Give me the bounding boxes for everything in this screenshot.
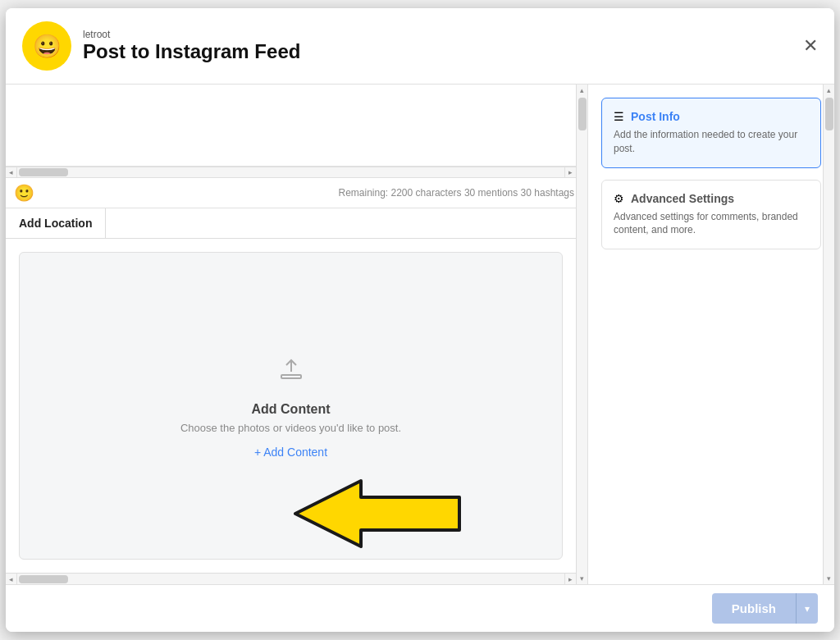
publish-button[interactable]: Publish (712, 593, 796, 624)
h-scroll-left-arrow[interactable]: ◂ (6, 167, 17, 178)
right-panel-vscroll[interactable]: ▴ ▾ (823, 85, 834, 584)
post-info-card[interactable]: ☰ Post Info Add the information needed t… (601, 98, 821, 168)
left-vscroll-track (577, 96, 587, 573)
modal-body: ◂ ▸ 🙂 Remaining: 2200 characters 30 ment… (6, 85, 834, 584)
advanced-settings-title: Advanced Settings (631, 192, 734, 205)
svg-rect-0 (281, 375, 301, 378)
bottom-h-scrollbar-thumb (19, 575, 68, 583)
left-vscroll-thumb (578, 98, 587, 130)
add-content-title: Add Content (252, 402, 331, 417)
add-location-label: Add Location (6, 208, 106, 238)
advanced-settings-card[interactable]: ⚙ Advanced Settings Advanced settings fo… (601, 180, 821, 250)
h-scrollbar-row[interactable]: ◂ ▸ (6, 167, 587, 178)
char-count-text: Remaining: 2200 characters 30 mentions 3… (338, 187, 574, 199)
h-scroll-right-arrow[interactable]: ▸ (564, 167, 576, 178)
add-content-link[interactable]: + Add Content (254, 446, 327, 459)
header-subtitle: letroot (83, 29, 300, 40)
bottom-h-scroll-left[interactable]: ◂ (6, 574, 17, 585)
upload-icon (275, 354, 308, 394)
modal-footer: Publish ▾ (6, 584, 834, 632)
upload-svg (275, 354, 308, 386)
right-vscroll-track (824, 96, 834, 573)
char-count-row: 🙂 Remaining: 2200 characters 30 mentions… (6, 178, 587, 208)
post-info-title: Post Info (631, 110, 680, 123)
publish-btn-group: Publish ▾ (712, 593, 818, 624)
right-vscroll-thumb (825, 98, 833, 130)
add-location-input[interactable] (106, 208, 587, 238)
left-panel: ◂ ▸ 🙂 Remaining: 2200 characters 30 ment… (6, 85, 588, 584)
publish-dropdown-button[interactable]: ▾ (796, 593, 818, 624)
modal: 😀 letroot Post to Instagram Feed ✕ ◂ ▸ (6, 8, 834, 632)
bottom-h-scrollbar[interactable]: ◂ ▸ (6, 573, 587, 584)
add-content-subtitle: Choose the photos or videos you'd like t… (180, 422, 401, 434)
text-area-section (6, 85, 587, 167)
right-panel: ☰ Post Info Add the information needed t… (588, 85, 834, 584)
advanced-settings-header: ⚙ Advanced Settings (614, 192, 809, 205)
close-button[interactable]: ✕ (803, 37, 818, 55)
add-content-section: Add Content Choose the photos or videos … (19, 252, 563, 560)
header-title: Post to Instagram Feed (83, 40, 300, 63)
bottom-h-scroll-right[interactable]: ▸ (564, 574, 576, 585)
left-vscroll-down[interactable]: ▾ (577, 573, 588, 584)
right-panel-content: ☰ Post Info Add the information needed t… (588, 85, 834, 274)
right-vscroll-up[interactable]: ▴ (824, 85, 835, 96)
header-text: letroot Post to Instagram Feed (83, 29, 300, 63)
left-vscroll-up[interactable]: ▴ (577, 85, 588, 96)
post-info-header: ☰ Post Info (614, 110, 809, 123)
right-panel-scroll: ☰ Post Info Add the information needed t… (588, 85, 834, 584)
add-location-row: Add Location (6, 208, 587, 239)
advanced-settings-icon: ⚙ (614, 192, 624, 205)
app-logo: 😀 (22, 21, 71, 71)
h-scrollbar-thumb (19, 168, 68, 176)
logo-emoji: 😀 (33, 33, 62, 60)
right-vscroll-down[interactable]: ▾ (824, 573, 835, 584)
advanced-settings-desc: Advanced settings for comments, branded … (614, 210, 809, 238)
post-info-icon: ☰ (614, 110, 624, 123)
left-panel-vscroll[interactable]: ▴ ▾ (576, 85, 587, 584)
modal-header: 😀 letroot Post to Instagram Feed ✕ (6, 8, 834, 85)
emoji-picker-icon[interactable]: 🙂 (14, 183, 34, 203)
post-info-desc: Add the information needed to create you… (614, 128, 809, 156)
